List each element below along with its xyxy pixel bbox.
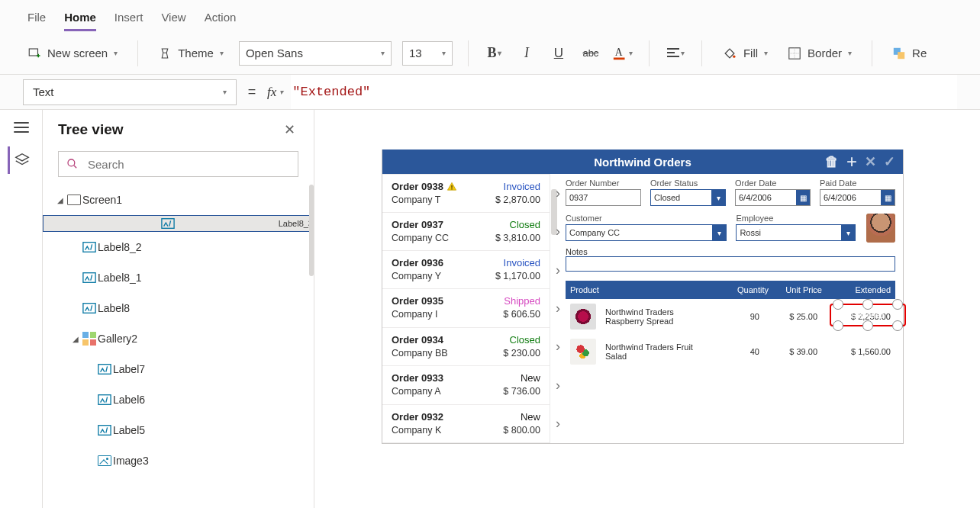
tree-node-label7[interactable]: Label7	[43, 354, 314, 384]
menu-tab-home[interactable]: Home	[64, 6, 96, 31]
svg-rect-6	[898, 52, 904, 59]
label-icon	[81, 271, 98, 285]
hamburger-icon[interactable]	[14, 122, 29, 133]
cancel-icon[interactable]: ✕	[865, 153, 876, 170]
customer-value: Company CC	[569, 228, 620, 237]
screen-plus-icon	[27, 47, 41, 60]
property-select[interactable]: Text ▾	[23, 79, 237, 105]
svg-rect-13	[98, 395, 111, 405]
check-icon[interactable]: ✓	[884, 153, 895, 170]
tree-node-image3[interactable]: Image3	[43, 445, 314, 476]
orders-list: Order 0938InvoicedCompany T$ 2,870.00›Or…	[382, 174, 550, 443]
svg-rect-12	[98, 365, 111, 375]
expand-icon: ◢	[55, 196, 66, 204]
svg-rect-16	[451, 188, 452, 189]
divider	[701, 40, 702, 66]
lbl-employee: Employee	[736, 214, 856, 223]
main-area: Tree view ✕ ◢ Screen1 Label8_3 Label8_2	[0, 110, 980, 508]
ribbon: New screen ▾ Theme ▾ Open Sans ▾ 13 ▾ B▾…	[0, 32, 980, 75]
gallery-header: Product Quantity Unit Price Extended	[566, 281, 895, 299]
top-menu: File Home Insert View Action	[0, 0, 980, 32]
employee-select[interactable]: Rossi▾	[736, 224, 856, 241]
col-quantity: Quantity	[723, 285, 769, 294]
chevron-down-icon: ▾	[442, 49, 446, 57]
order-number-input[interactable]: 0937	[566, 189, 641, 206]
fill-button[interactable]: Fill ▾	[717, 43, 772, 64]
col-extended: Extended	[822, 285, 891, 294]
canvas[interactable]: Northwind Orders 🗑 + ✕ ✓ Order 0938Invoi…	[314, 110, 980, 508]
tree-label: Label8	[98, 302, 130, 314]
order-item[interactable]: Order 0933NewCompany A$ 736.00›	[382, 366, 550, 404]
order-item[interactable]: Order 0938InvoicedCompany T$ 2,870.00›	[382, 174, 550, 213]
fx-button[interactable]: fx ▾	[267, 85, 283, 100]
tree-label: Label5	[113, 424, 145, 436]
theme-button[interactable]: Theme ▾	[153, 43, 228, 63]
gallery-row[interactable]: Northwind Traders Fruit Salad40$ 39.00$ …	[566, 334, 895, 369]
svg-point-7	[68, 159, 75, 166]
tree-node-gallery2[interactable]: ◢ Gallery2	[43, 323, 314, 354]
menu-tab-view[interactable]: View	[161, 6, 185, 31]
chevron-down-icon: ▾	[220, 49, 224, 57]
order-item[interactable]: Order 0936InvoicedCompany Y$ 1,170.00›	[382, 251, 550, 289]
svg-rect-15	[451, 185, 452, 188]
tree: ◢ Screen1 Label8_3 Label8_2 Label8_1 Lab…	[43, 185, 314, 508]
chevron-down-icon: ▾	[841, 225, 855, 240]
underline-button[interactable]: U	[548, 41, 569, 66]
tree-node-label8-1[interactable]: Label8_1	[43, 262, 314, 293]
tree-node-label8-2[interactable]: Label8_2	[43, 232, 314, 262]
tree-search-input[interactable]	[86, 157, 290, 172]
app-titlebar: Northwind Orders 🗑 + ✕ ✓	[382, 150, 903, 174]
tree-node-label8-3[interactable]: Label8_3	[43, 215, 314, 232]
label-icon	[96, 362, 113, 376]
label-icon	[96, 423, 113, 437]
product-name: Northwind Traders Raspberry Spread	[605, 307, 709, 326]
lbl-paid-date: Paid Date	[820, 178, 895, 188]
tree-node-label5[interactable]: Label5	[43, 415, 314, 445]
font-family-select[interactable]: Open Sans ▾	[239, 41, 392, 66]
new-screen-button[interactable]: New screen ▾	[23, 43, 122, 63]
border-button[interactable]: Border ▾	[783, 43, 856, 63]
notes-input[interactable]	[566, 256, 895, 272]
product-extended: $ 1,560.00	[822, 347, 891, 356]
employee-avatar	[866, 214, 895, 243]
gallery-row[interactable]: Northwind Traders Raspberry Spread90$ 25…	[566, 299, 895, 334]
formula-input[interactable]	[291, 75, 957, 109]
close-panel-button[interactable]: ✕	[280, 121, 298, 139]
svg-rect-0	[29, 49, 37, 56]
customer-select[interactable]: Company CC▾	[566, 224, 727, 241]
order-item[interactable]: Order 0932NewCompany K$ 800.00›	[382, 405, 550, 443]
tree-view-tab[interactable]	[8, 146, 35, 174]
order-status-select[interactable]: Closed▾	[650, 189, 726, 206]
align-button[interactable]: ▾	[665, 41, 686, 66]
product-qty: 40	[714, 347, 759, 356]
gallery-rows: Northwind Traders Raspberry Spread90$ 25…	[566, 299, 895, 369]
menu-tab-insert[interactable]: Insert	[114, 6, 143, 31]
order-item[interactable]: Order 0935ShippedCompany I$ 606.50›	[382, 289, 550, 327]
bold-button[interactable]: B▾	[484, 41, 505, 66]
chevron-down-icon: ▾	[381, 49, 385, 57]
paid-date-input[interactable]: 6/4/2006▦	[820, 189, 895, 206]
tree-search[interactable]	[58, 151, 298, 177]
order-date-input[interactable]: 6/4/2006▦	[735, 189, 811, 206]
calendar-icon: ▦	[796, 190, 810, 205]
tree-node-screen[interactable]: ◢ Screen1	[43, 185, 314, 215]
lbl-order-number: Order Number	[566, 178, 641, 188]
tree-node-label6[interactable]: Label6	[43, 384, 314, 415]
italic-button[interactable]: I	[516, 41, 537, 66]
font-color-button[interactable]: A ▾	[612, 41, 633, 66]
divider	[468, 40, 469, 66]
trash-icon[interactable]: 🗑	[825, 154, 839, 170]
reorder-button[interactable]: Re	[888, 43, 931, 63]
calendar-icon: ▦	[881, 190, 895, 205]
menu-tab-action[interactable]: Action	[205, 6, 237, 31]
tree-scrollbar[interactable]	[309, 185, 314, 276]
tree-label: Label8_1	[98, 272, 142, 284]
font-size-select[interactable]: 13 ▾	[402, 41, 453, 66]
order-item[interactable]: Order 0937ClosedCompany CC$ 3,810.00›	[382, 213, 550, 251]
svg-rect-2	[614, 57, 625, 59]
strikethrough-button[interactable]: abc	[580, 41, 601, 66]
menu-tab-file[interactable]: File	[27, 6, 46, 31]
tree-node-label8[interactable]: Label8	[43, 293, 314, 323]
order-item[interactable]: Order 0934ClosedCompany BB$ 230.00›	[382, 328, 550, 366]
lbl-notes: Notes	[566, 247, 588, 256]
